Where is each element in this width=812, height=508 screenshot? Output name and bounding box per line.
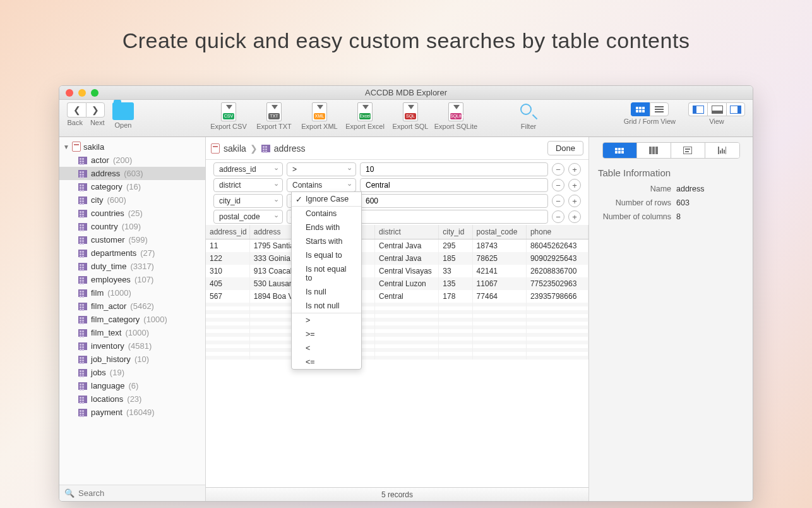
- sidebar-item-label: film_actor: [91, 301, 126, 311]
- sidebar-item-payment[interactable]: payment (16049): [59, 406, 205, 419]
- dropdown-item[interactable]: Starts with: [292, 234, 361, 248]
- table-row[interactable]: 122333 GoiniaCentral Java185786259090292…: [206, 252, 588, 265]
- filter-value-input[interactable]: [360, 194, 548, 208]
- data-grid[interactable]: address_idaddressdistrictcity_idpostal_c…: [206, 225, 588, 487]
- dropdown-item[interactable]: Is null: [292, 285, 361, 299]
- sidebar-item-label: job_history: [91, 354, 131, 364]
- sidebar-item-countries[interactable]: countries (25): [59, 207, 205, 220]
- minimize-icon[interactable]: [78, 89, 86, 97]
- next-button[interactable]: ❯: [86, 102, 105, 118]
- remove-filter-button[interactable]: −: [552, 179, 564, 191]
- filter-column-select[interactable]: district: [213, 178, 283, 192]
- dropdown-item[interactable]: Is not null: [292, 299, 361, 313]
- done-button[interactable]: Done: [547, 141, 583, 155]
- table-row[interactable]: 405530 LausanCentral Luzon13511067775235…: [206, 277, 588, 290]
- add-filter-button[interactable]: +: [568, 163, 581, 176]
- dropdown-item[interactable]: Ends with: [292, 221, 361, 234]
- export-sql-button[interactable]: SQL: [403, 102, 418, 121]
- export-excel-button[interactable]: Excel: [357, 102, 373, 121]
- dropdown-item[interactable]: <=: [292, 355, 361, 369]
- sidebar-item-jobs[interactable]: jobs (19): [59, 366, 205, 379]
- grid-view-button[interactable]: [631, 102, 650, 116]
- sidebar-item-address[interactable]: address (603): [59, 167, 205, 180]
- export-csv-button[interactable]: CSV: [221, 102, 236, 121]
- column-header[interactable]: phone: [526, 225, 588, 239]
- sidebar-item-label: jobs: [91, 368, 106, 377]
- sidebar-item-employees[interactable]: employees (107): [59, 273, 205, 286]
- open-button[interactable]: [112, 102, 134, 120]
- crumb-db[interactable]: sakila: [224, 143, 246, 154]
- column-header[interactable]: district: [375, 225, 439, 239]
- export-xml-button[interactable]: XML: [312, 102, 327, 121]
- info-rows-value: 603: [676, 198, 690, 207]
- info-tab-columns[interactable]: [637, 143, 671, 158]
- sidebar-search-input[interactable]: [78, 488, 200, 498]
- dropdown-item[interactable]: Is equal to: [292, 248, 361, 262]
- sidebar-item-country[interactable]: country (109): [59, 220, 205, 233]
- remove-filter-button[interactable]: −: [552, 210, 564, 223]
- filter-column-select[interactable]: address_id: [213, 162, 283, 176]
- remove-filter-button[interactable]: −: [552, 163, 564, 176]
- table-row[interactable]: 5671894 Boa VCentral1787746423935798666: [206, 290, 588, 303]
- column-header[interactable]: address_id: [206, 225, 249, 239]
- column-header[interactable]: city_id: [439, 225, 472, 239]
- sidebar-item-film_category[interactable]: film_category (1000): [59, 313, 205, 326]
- filter-value-input[interactable]: [360, 162, 548, 176]
- filter-column-select[interactable]: city_id: [213, 194, 283, 208]
- sidebar-item-job_history[interactable]: job_history (10): [59, 353, 205, 366]
- add-filter-button[interactable]: +: [568, 195, 581, 207]
- sidebar-item-locations[interactable]: locations (23): [59, 392, 205, 406]
- zoom-icon[interactable]: [91, 89, 99, 97]
- sidebar-item-film[interactable]: film (1000): [59, 286, 205, 299]
- close-icon[interactable]: [66, 89, 73, 97]
- sidebar-item-language[interactable]: language (6): [59, 379, 205, 392]
- sidebar-item-category[interactable]: category (16): [59, 180, 205, 193]
- sidebar-item-film_text[interactable]: film_text (1000): [59, 326, 205, 339]
- export-txt-button[interactable]: TXT: [266, 102, 282, 121]
- back-button[interactable]: ❮: [67, 102, 86, 118]
- info-tab-chart[interactable]: [705, 143, 739, 158]
- dropdown-item[interactable]: >: [292, 313, 361, 327]
- table-row[interactable]: [206, 356, 588, 360]
- sidebar-item-label: film: [91, 288, 104, 298]
- database-node[interactable]: ▼ sakila: [59, 140, 205, 154]
- add-filter-button[interactable]: +: [568, 210, 581, 223]
- cell: [375, 356, 439, 360]
- view-right-panel-button[interactable]: [726, 102, 745, 116]
- sidebar-item-city[interactable]: city (600): [59, 193, 205, 207]
- sidebar-item-label: countries: [91, 209, 124, 218]
- info-tab-form[interactable]: [671, 143, 705, 158]
- dropdown-item[interactable]: >=: [292, 327, 361, 341]
- sidebar-item-customer[interactable]: customer (599): [59, 233, 205, 246]
- form-view-button[interactable]: [650, 102, 669, 116]
- filter-column-select[interactable]: postal_code: [213, 210, 283, 224]
- sidebar-item-film_actor[interactable]: film_actor (5462): [59, 299, 205, 313]
- export-sqlite-button[interactable]: SQLite: [448, 102, 463, 121]
- column-header[interactable]: postal_code: [472, 225, 526, 239]
- dropdown-item[interactable]: Contains: [292, 207, 361, 221]
- status-bar: 5 records: [206, 487, 588, 501]
- cell: 310: [206, 265, 249, 277]
- info-tab-grid[interactable]: [603, 143, 637, 158]
- sidebar-item-duty_time[interactable]: duty_time (3317): [59, 260, 205, 273]
- filter-button[interactable]: [519, 102, 538, 121]
- filter-operator-select[interactable]: Contains: [287, 178, 356, 192]
- sidebar-item-inventory[interactable]: inventory (4581): [59, 339, 205, 353]
- filter-operator-select[interactable]: >: [287, 162, 356, 176]
- filter-value-input[interactable]: [360, 178, 548, 192]
- table-icon: [78, 409, 87, 416]
- filter-value-input[interactable]: [360, 210, 548, 224]
- dropdown-item[interactable]: Is not equal to: [292, 262, 361, 285]
- disclosure-triangle-icon[interactable]: ▼: [63, 143, 69, 150]
- sidebar-item-departments[interactable]: departments (27): [59, 246, 205, 260]
- dropdown-item[interactable]: ✓Ignore Case: [292, 192, 361, 207]
- dropdown-item[interactable]: <: [292, 341, 361, 355]
- table-row[interactable]: 310913 CoacalCentral Visayas334214126208…: [206, 265, 588, 277]
- sidebar-item-actor[interactable]: actor (200): [59, 154, 205, 167]
- table-row[interactable]: 111795 SantiaCentral Java295187438604526…: [206, 239, 588, 253]
- add-filter-button[interactable]: +: [568, 179, 581, 191]
- operator-dropdown-menu[interactable]: ✓Ignore CaseContainsEnds withStarts with…: [291, 191, 362, 370]
- view-bottom-panel-button[interactable]: [707, 102, 726, 116]
- view-left-panel-button[interactable]: [688, 102, 707, 116]
- remove-filter-button[interactable]: −: [552, 195, 564, 207]
